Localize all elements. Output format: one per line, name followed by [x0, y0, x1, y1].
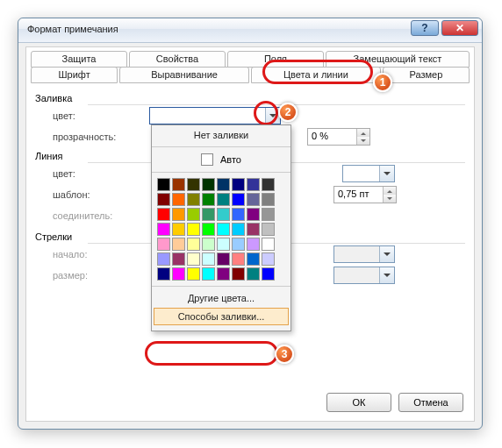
color-swatch[interactable]	[202, 252, 215, 266]
arrow-end-size-combo	[333, 267, 395, 284]
tab-alignment[interactable]: Выравнивание	[119, 67, 249, 83]
color-swatch[interactable]	[217, 238, 230, 251]
color-swatch[interactable]	[157, 267, 170, 281]
color-swatch[interactable]	[157, 252, 170, 266]
color-swatch[interactable]	[187, 223, 200, 236]
color-swatch[interactable]	[187, 238, 200, 251]
cancel-button[interactable]: Отмена	[398, 393, 463, 412]
label-transparency: прозрачность:	[53, 132, 116, 142]
tab-font[interactable]: Шрифт	[31, 67, 118, 83]
color-swatch[interactable]	[247, 238, 260, 251]
color-swatch[interactable]	[262, 267, 275, 281]
color-swatch[interactable]	[217, 178, 230, 191]
callout-badge-3: 3	[275, 345, 294, 364]
tab-properties[interactable]: Свойства	[129, 51, 226, 68]
label-arrow-size: размер:	[53, 270, 88, 281]
color-swatch[interactable]	[202, 178, 215, 191]
spin-up-icon[interactable]	[384, 187, 396, 195]
group-line: Линия	[35, 151, 63, 161]
color-swatch[interactable]	[202, 208, 215, 221]
fill-effects-item[interactable]: Способы заливки...	[154, 308, 289, 325]
tab-size[interactable]: Размер	[383, 67, 470, 83]
tab-margins[interactable]: Поля	[227, 51, 324, 68]
color-swatch[interactable]	[202, 193, 215, 206]
chevron-down-icon[interactable]	[379, 166, 394, 181]
color-swatch[interactable]	[187, 252, 200, 266]
color-swatch[interactable]	[157, 193, 170, 206]
help-button[interactable]	[411, 20, 439, 36]
color-swatch[interactable]	[217, 208, 230, 221]
color-swatch[interactable]	[157, 178, 170, 191]
color-swatch[interactable]	[172, 223, 185, 236]
spin-up-icon[interactable]	[357, 129, 369, 137]
color-swatch[interactable]	[202, 238, 215, 251]
no-fill-item[interactable]: Нет заливки	[152, 125, 290, 145]
color-swatch[interactable]	[187, 208, 200, 221]
spin-down-icon[interactable]	[357, 137, 369, 145]
titlebar[interactable]: Формат примечания	[18, 18, 482, 43]
auto-label: Авто	[220, 154, 241, 165]
color-swatch[interactable]	[247, 178, 260, 191]
line-style-combo[interactable]	[342, 165, 395, 182]
color-swatch[interactable]	[187, 193, 200, 206]
tab-strip: Защита Свойства Поля Замещающий текст Шр…	[26, 47, 474, 86]
color-swatch[interactable]	[247, 267, 260, 281]
color-swatch[interactable]	[247, 223, 260, 236]
color-swatch[interactable]	[187, 178, 200, 191]
line-width-value: 0,75 пт	[338, 188, 369, 199]
color-swatch[interactable]	[157, 238, 170, 251]
color-swatch[interactable]	[247, 252, 260, 266]
color-swatch[interactable]	[232, 223, 245, 236]
more-colors-item[interactable]: Другие цвета...	[152, 288, 290, 308]
color-swatch[interactable]	[232, 267, 245, 281]
color-swatch-grid	[152, 174, 290, 284]
color-swatch[interactable]	[172, 208, 185, 221]
color-swatch[interactable]	[232, 208, 245, 221]
color-swatch[interactable]	[262, 223, 275, 236]
color-swatch[interactable]	[172, 193, 185, 206]
color-swatch[interactable]	[172, 252, 185, 266]
color-swatch[interactable]	[217, 223, 230, 236]
color-swatch[interactable]	[217, 193, 230, 206]
ok-button[interactable]: ОК	[326, 393, 391, 412]
color-swatch[interactable]	[262, 178, 275, 191]
color-swatch[interactable]	[157, 223, 170, 236]
color-swatch[interactable]	[262, 252, 275, 266]
label-template: шаблон:	[53, 189, 90, 200]
color-swatch[interactable]	[247, 208, 260, 221]
color-swatch[interactable]	[247, 193, 260, 206]
color-swatch[interactable]	[262, 238, 275, 251]
fill-color-combo[interactable]	[149, 107, 281, 124]
color-swatch[interactable]	[217, 252, 230, 266]
dialog-title: Формат примечания	[27, 24, 118, 34]
transparency-spinner[interactable]: 0 %	[307, 128, 370, 146]
color-swatch[interactable]	[202, 223, 215, 236]
color-swatch[interactable]	[232, 193, 245, 206]
close-button[interactable]	[441, 20, 478, 36]
color-swatch[interactable]	[157, 208, 170, 221]
callout-badge-1: 1	[373, 73, 392, 92]
group-fill: Заливка	[35, 93, 72, 103]
tab-alt-text[interactable]: Замещающий текст	[326, 51, 470, 68]
line-width-spinner[interactable]: 0,75 пт	[333, 186, 397, 203]
color-swatch[interactable]	[187, 267, 200, 281]
tab-protection[interactable]: Защита	[31, 51, 127, 68]
group-arrows: Стрелки	[35, 231, 72, 242]
color-swatch[interactable]	[262, 193, 275, 206]
tab-colors-lines[interactable]: Цвета и линии	[251, 67, 381, 83]
color-swatch[interactable]	[172, 267, 185, 281]
label-line-color: цвет:	[53, 168, 75, 179]
color-swatch[interactable]	[172, 238, 185, 251]
color-swatch[interactable]	[232, 238, 245, 251]
color-swatch[interactable]	[232, 252, 245, 266]
label-arrow-start: начало:	[53, 249, 88, 260]
color-swatch[interactable]	[232, 178, 245, 191]
label-color: цвет:	[53, 110, 75, 121]
dialog-footer: ОК Отмена	[326, 393, 463, 412]
color-swatch[interactable]	[202, 267, 215, 281]
color-swatch[interactable]	[217, 267, 230, 281]
spin-down-icon[interactable]	[384, 195, 396, 203]
color-swatch[interactable]	[172, 178, 185, 191]
auto-color-item[interactable]: Авто	[152, 149, 290, 170]
color-swatch[interactable]	[262, 208, 275, 221]
